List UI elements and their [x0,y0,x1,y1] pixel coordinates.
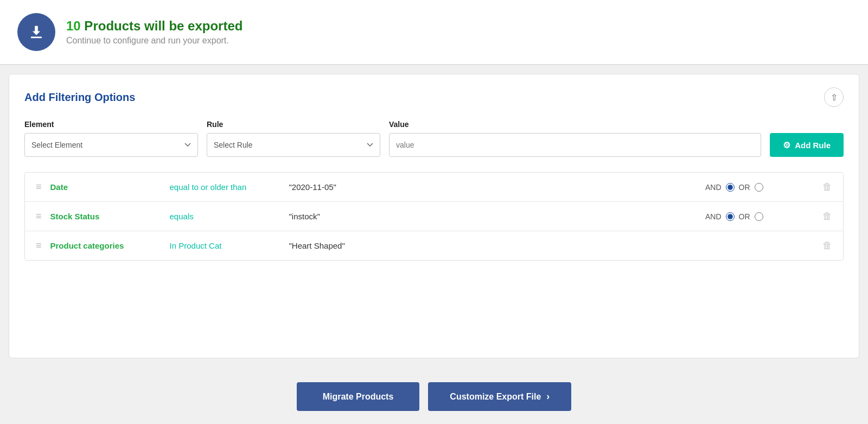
element-select[interactable]: Select Element [24,133,198,157]
delete-row-button[interactable]: 🗑 [822,181,832,193]
drag-handle-icon[interactable]: ≡ [36,240,42,251]
table-row: ≡ Date equal to or older than "2020-11-0… [25,173,843,202]
table-row: ≡ Stock Status equals "instock" AND OR 🗑 [25,202,843,231]
chevron-right-icon: › [546,391,550,402]
panel-header: Add Filtering Options ⇧ [24,87,844,107]
rule-label: Rule [207,120,380,129]
value-input[interactable] [389,133,761,157]
filter-value: "instock" [289,212,705,221]
rule-group: Rule Select Rule [207,120,380,157]
element-label: Element [24,120,198,129]
filter-rows-container: ≡ Date equal to or older than "2020-11-0… [24,172,844,261]
or-radio[interactable] [755,212,763,221]
customize-export-button[interactable]: Customize Export File › [428,382,571,411]
filter-rule: equals [170,212,289,221]
panel-title: Add Filtering Options [24,91,135,104]
or-radio-label[interactable] [755,212,763,221]
gear-icon: ⚙ [783,140,790,150]
filter-element: Stock Status [50,212,170,221]
filter-rule: In Product Cat [170,241,289,250]
download-icon [27,23,46,41]
or-label: OR [739,212,750,221]
filter-element: Product categories [50,241,170,250]
filter-logic: AND OR [705,183,814,192]
and-label: AND [705,212,722,221]
value-group: Value [389,120,761,157]
filter-rule: equal to or older than [170,182,289,192]
drag-handle-icon[interactable]: ≡ [36,181,42,193]
export-title: 10 Products will be exported [66,18,242,34]
add-rule-label: Add Rule [795,141,831,150]
rule-select[interactable]: Select Rule [207,133,380,157]
and-radio[interactable] [726,212,735,221]
export-text: 10 Products will be exported Continue to… [66,18,242,46]
element-group: Element Select Element [24,120,198,157]
export-info-panel: 10 Products will be exported Continue to… [0,0,868,65]
export-icon-circle [17,13,55,51]
table-row: ≡ Product categories In Product Cat "Hea… [25,231,843,260]
filter-logic: AND OR [705,212,814,221]
and-label: AND [705,183,722,192]
and-radio-label[interactable] [726,183,735,192]
delete-row-button[interactable]: 🗑 [822,240,832,251]
export-subtitle: Continue to configure and run your expor… [66,36,242,46]
migrate-products-button[interactable]: Migrate Products [297,382,420,411]
add-rule-button[interactable]: ⚙ Add Rule [770,133,844,157]
filter-element: Date [50,182,170,192]
filtering-panel: Add Filtering Options ⇧ Element Select E… [9,74,859,358]
and-radio[interactable] [726,183,735,192]
filter-value: "Heart Shaped" [289,241,705,250]
delete-row-button[interactable]: 🗑 [822,211,832,222]
bottom-actions: Migrate Products Customize Export File › [0,367,868,424]
and-radio-label[interactable] [726,212,735,221]
controls-row: Element Select Element Rule Select Rule … [24,120,844,157]
collapse-button[interactable]: ⇧ [824,87,844,107]
filter-value: "2020-11-05" [289,182,705,192]
or-label: OR [739,183,750,192]
export-count: 10 [66,18,81,33]
value-label: Value [389,120,761,129]
or-radio-label[interactable] [755,183,763,192]
or-radio[interactable] [755,183,763,192]
drag-handle-icon[interactable]: ≡ [36,211,42,222]
customize-label: Customize Export File [450,392,541,402]
